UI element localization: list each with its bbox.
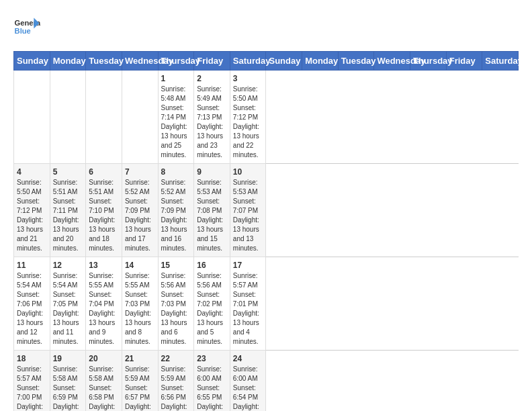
calendar-cell: 23Sunrise: 6:00 AM Sunset: 6:55 PM Dayli… (194, 351, 230, 412)
calendar-cell: 9Sunrise: 5:53 AM Sunset: 7:08 PM Daylig… (194, 164, 230, 257)
calendar-cell: 2Sunrise: 5:49 AM Sunset: 7:13 PM Daylig… (194, 71, 230, 164)
header-day-saturday: Saturday (482, 52, 519, 71)
calendar-cell: 1Sunrise: 5:48 AM Sunset: 7:14 PM Daylig… (158, 71, 194, 164)
calendar-cell: 4Sunrise: 5:50 AM Sunset: 7:12 PM Daylig… (14, 164, 50, 257)
header-day-sunday: Sunday (266, 52, 302, 71)
day-content: Sunrise: 5:59 AM Sunset: 6:56 PM Dayligh… (161, 365, 191, 411)
day-content: Sunrise: 5:56 AM Sunset: 7:03 PM Dayligh… (161, 271, 191, 347)
calendar-week-3: 11Sunrise: 5:54 AM Sunset: 7:06 PM Dayli… (14, 257, 519, 351)
day-content: Sunrise: 5:52 AM Sunset: 7:09 PM Dayligh… (125, 178, 155, 253)
day-number: 21 (125, 354, 155, 363)
calendar-cell: 14Sunrise: 5:55 AM Sunset: 7:03 PM Dayli… (122, 257, 158, 351)
day-number: 24 (233, 354, 263, 363)
calendar-cell: 17Sunrise: 5:57 AM Sunset: 7:01 PM Dayli… (230, 257, 266, 351)
day-number: 19 (53, 354, 83, 363)
day-content: Sunrise: 5:50 AM Sunset: 7:12 PM Dayligh… (17, 178, 47, 253)
day-number: 23 (197, 354, 227, 363)
calendar-cell (122, 71, 158, 164)
calendar-week-4: 18Sunrise: 5:57 AM Sunset: 7:00 PM Dayli… (14, 351, 519, 412)
day-number: 9 (197, 167, 227, 177)
header-day-thursday: Thursday (410, 52, 447, 71)
day-content: Sunrise: 5:49 AM Sunset: 7:13 PM Dayligh… (197, 85, 227, 160)
calendar-cell: 3Sunrise: 5:50 AM Sunset: 7:12 PM Daylig… (230, 71, 266, 164)
header-wednesday: Wednesday (122, 52, 158, 71)
calendar-cell: 22Sunrise: 5:59 AM Sunset: 6:56 PM Dayli… (158, 351, 194, 412)
day-number: 17 (233, 261, 263, 270)
day-number: 5 (53, 167, 83, 177)
calendar-cell: 11Sunrise: 5:54 AM Sunset: 7:06 PM Dayli… (14, 257, 50, 351)
day-content: Sunrise: 6:00 AM Sunset: 6:54 PM Dayligh… (233, 365, 263, 411)
calendar-cell: 19Sunrise: 5:58 AM Sunset: 6:59 PM Dayli… (50, 351, 86, 412)
day-number: 18 (17, 354, 47, 363)
day-content: Sunrise: 6:00 AM Sunset: 6:55 PM Dayligh… (197, 365, 227, 411)
logo-icon: General Blue (13, 13, 40, 40)
header-friday: Friday (194, 52, 230, 71)
day-number: 16 (197, 261, 227, 270)
header-thursday: Thursday (158, 52, 194, 71)
page-header: General Blue (13, 13, 519, 40)
day-number: 11 (17, 261, 47, 270)
day-number: 15 (161, 261, 191, 270)
calendar-cell: 13Sunrise: 5:55 AM Sunset: 7:04 PM Dayli… (86, 257, 122, 351)
day-content: Sunrise: 5:55 AM Sunset: 7:03 PM Dayligh… (125, 271, 155, 347)
calendar-cell (86, 71, 122, 164)
logo: General Blue (13, 13, 40, 40)
calendar-cell: 24Sunrise: 6:00 AM Sunset: 6:54 PM Dayli… (230, 351, 266, 412)
day-number: 2 (197, 74, 227, 83)
day-number: 12 (53, 261, 83, 270)
day-content: Sunrise: 5:54 AM Sunset: 7:06 PM Dayligh… (17, 271, 47, 347)
calendar-cell: 16Sunrise: 5:56 AM Sunset: 7:02 PM Dayli… (194, 257, 230, 351)
day-content: Sunrise: 5:53 AM Sunset: 7:07 PM Dayligh… (233, 178, 263, 253)
calendar-cell: 15Sunrise: 5:56 AM Sunset: 7:03 PM Dayli… (158, 257, 194, 351)
calendar-cell: 21Sunrise: 5:59 AM Sunset: 6:57 PM Dayli… (122, 351, 158, 412)
header-day-monday: Monday (302, 52, 339, 71)
header-day-friday: Friday (446, 52, 482, 71)
day-content: Sunrise: 5:55 AM Sunset: 7:04 PM Dayligh… (89, 271, 119, 347)
day-number: 7 (125, 167, 155, 177)
calendar-header-row: SundayMondayTuesdayWednesdayThursdayFrid… (14, 52, 519, 71)
calendar-table: SundayMondayTuesdayWednesdayThursdayFrid… (13, 51, 519, 411)
day-content: Sunrise: 5:58 AM Sunset: 6:59 PM Dayligh… (53, 365, 83, 411)
day-number: 22 (161, 354, 191, 363)
day-number: 13 (89, 261, 119, 270)
day-number: 8 (161, 167, 191, 177)
day-content: Sunrise: 5:58 AM Sunset: 6:58 PM Dayligh… (89, 365, 119, 411)
day-number: 1 (161, 74, 191, 83)
day-number: 3 (233, 74, 263, 83)
header-day-wednesday: Wednesday (374, 52, 410, 71)
day-content: Sunrise: 5:51 AM Sunset: 7:11 PM Dayligh… (53, 178, 83, 253)
day-content: Sunrise: 5:51 AM Sunset: 7:10 PM Dayligh… (89, 178, 119, 253)
calendar-cell: 8Sunrise: 5:52 AM Sunset: 7:09 PM Daylig… (158, 164, 194, 257)
calendar-week-1: 1Sunrise: 5:48 AM Sunset: 7:14 PM Daylig… (14, 71, 519, 164)
calendar-cell: 7Sunrise: 5:52 AM Sunset: 7:09 PM Daylig… (122, 164, 158, 257)
svg-text:Blue: Blue (15, 27, 31, 35)
day-number: 20 (89, 354, 119, 363)
calendar-cell: 5Sunrise: 5:51 AM Sunset: 7:11 PM Daylig… (50, 164, 86, 257)
day-content: Sunrise: 5:56 AM Sunset: 7:02 PM Dayligh… (197, 271, 227, 347)
calendar-cell (50, 71, 86, 164)
header-sunday: Sunday (14, 52, 50, 71)
calendar-cell: 6Sunrise: 5:51 AM Sunset: 7:10 PM Daylig… (86, 164, 122, 257)
calendar-cell: 12Sunrise: 5:54 AM Sunset: 7:05 PM Dayli… (50, 257, 86, 351)
day-number: 14 (125, 261, 155, 270)
day-number: 6 (89, 167, 119, 177)
day-content: Sunrise: 5:54 AM Sunset: 7:05 PM Dayligh… (53, 271, 83, 347)
calendar-cell: 10Sunrise: 5:53 AM Sunset: 7:07 PM Dayli… (230, 164, 266, 257)
day-number: 4 (17, 167, 47, 177)
header-saturday: Saturday (230, 52, 266, 71)
day-content: Sunrise: 5:50 AM Sunset: 7:12 PM Dayligh… (233, 85, 263, 160)
header-tuesday: Tuesday (86, 52, 122, 71)
calendar-week-2: 4Sunrise: 5:50 AM Sunset: 7:12 PM Daylig… (14, 164, 519, 257)
header-day-tuesday: Tuesday (338, 52, 374, 71)
day-number: 10 (233, 167, 263, 177)
calendar-cell (14, 71, 50, 164)
day-content: Sunrise: 5:52 AM Sunset: 7:09 PM Dayligh… (161, 178, 191, 253)
header-monday: Monday (50, 52, 86, 71)
day-content: Sunrise: 5:48 AM Sunset: 7:14 PM Dayligh… (161, 85, 191, 160)
day-content: Sunrise: 5:57 AM Sunset: 7:00 PM Dayligh… (17, 365, 47, 411)
day-content: Sunrise: 5:53 AM Sunset: 7:08 PM Dayligh… (197, 178, 227, 253)
day-content: Sunrise: 5:57 AM Sunset: 7:01 PM Dayligh… (233, 271, 263, 347)
calendar-cell: 20Sunrise: 5:58 AM Sunset: 6:58 PM Dayli… (86, 351, 122, 412)
calendar-cell: 18Sunrise: 5:57 AM Sunset: 7:00 PM Dayli… (14, 351, 50, 412)
day-content: Sunrise: 5:59 AM Sunset: 6:57 PM Dayligh… (125, 365, 155, 411)
